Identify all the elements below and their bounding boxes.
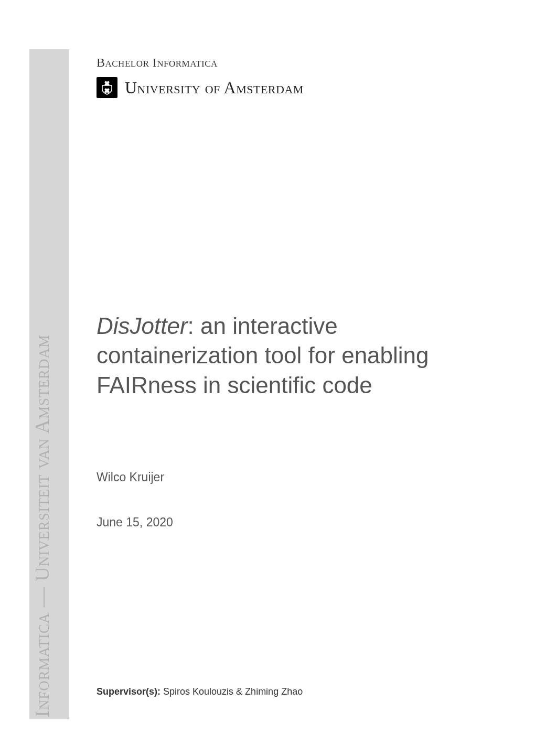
subject-line: Bachelor Informatica	[97, 56, 493, 70]
spine-part-a: Informatica	[31, 613, 53, 717]
spine-part-b: Universiteit van Amsterdam	[31, 334, 53, 581]
spine-sep: —	[31, 581, 53, 613]
university-name-text: University of Amsterdam	[125, 78, 304, 97]
supervisor-names: Spiros Koulouzis & Zhiming Zhao	[163, 686, 303, 697]
university-name: University of Amsterdam	[125, 78, 304, 98]
logo-row: University of Amsterdam	[97, 77, 493, 98]
uva-logo-icon	[97, 77, 117, 98]
publication-date: June 15, 2020	[97, 515, 173, 530]
spine-text: Informatica — Universiteit van Amsterdam	[30, 334, 54, 717]
title-block: DisJotter: an interactive containerizati…	[97, 311, 493, 400]
title-emph: DisJotter	[97, 313, 188, 339]
page-root: Informatica — Universiteit van Amsterdam…	[0, 0, 535, 756]
supervisor-line: Supervisor(s): Spiros Koulouzis & Zhimin…	[97, 686, 303, 697]
author: Wilco Kruijer	[97, 470, 164, 484]
paper-title: DisJotter: an interactive containerizati…	[97, 311, 493, 400]
header: Bachelor Informatica U	[97, 56, 493, 98]
supervisor-label: Supervisor(s):	[97, 686, 160, 697]
